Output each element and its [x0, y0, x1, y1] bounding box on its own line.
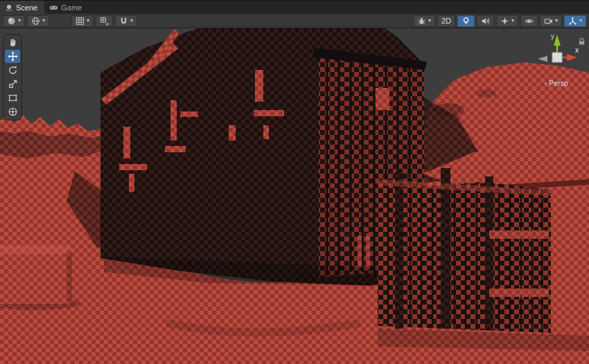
- camera-settings-dropdown[interactable]: ▾: [540, 15, 562, 27]
- move-tool-button[interactable]: [5, 50, 20, 63]
- chevron-down-icon: ▾: [511, 18, 514, 24]
- chevron-down-icon: ▾: [555, 18, 558, 24]
- tab-scene[interactable]: Scene: [0, 1, 44, 14]
- 2d-label: 2D: [441, 17, 451, 25]
- draw-mode-secondary-dropdown[interactable]: ▾: [27, 15, 49, 27]
- scene-viewport[interactable]: y x ‹Persp: [0, 28, 589, 364]
- rendering-debug-dropdown[interactable]: ▾: [413, 15, 435, 27]
- foreground-crate: [0, 246, 80, 310]
- chevron-down-icon: ▾: [130, 18, 133, 24]
- gizmos-dropdown[interactable]: ▾: [564, 15, 586, 27]
- eye-icon: [525, 17, 534, 26]
- game-tab-icon: [49, 3, 58, 12]
- camera-icon: [544, 17, 553, 26]
- gizmo-center-cube[interactable]: [552, 53, 562, 62]
- bug-icon: [417, 17, 426, 26]
- snap-settings-dropdown[interactable]: ▾: [115, 15, 137, 27]
- rotate-icon: [8, 65, 18, 75]
- grid-visibility-dropdown[interactable]: ▾: [71, 15, 94, 27]
- tab-bar: Scene Game: [0, 1, 589, 14]
- lighting-toggle-button[interactable]: [457, 15, 475, 27]
- scene-visibility-button[interactable]: [520, 15, 538, 27]
- effects-dropdown[interactable]: ▾: [496, 15, 518, 27]
- grid-icon: [76, 17, 85, 26]
- toolbar-left-group: ▾ ▾ ▾: [3, 15, 137, 27]
- rect-icon: [8, 93, 18, 103]
- chevron-down-icon: ▾: [579, 18, 582, 24]
- magnet-icon: [119, 17, 128, 26]
- transform-icon: [8, 107, 18, 117]
- gizmo-neg-axis[interactable]: [538, 56, 547, 62]
- persp-label: Persp: [550, 80, 569, 87]
- lock-icon[interactable]: [578, 36, 586, 48]
- hand-icon: [8, 37, 18, 48]
- shaded-sphere-icon: [7, 17, 16, 26]
- tab-game[interactable]: Game: [44, 1, 89, 14]
- unity-scene-view: Scene Game ▾ ▾: [0, 0, 589, 364]
- wire-sphere-icon: [31, 17, 40, 26]
- scale-icon: [8, 79, 18, 89]
- scene-toolbar: ▾ ▾ ▾: [0, 14, 589, 28]
- toolbar-right-group: ▾ 2D ▾: [413, 15, 586, 27]
- axis-gizmo-icon: [568, 17, 577, 26]
- tab-scene-label: Scene: [16, 3, 37, 12]
- chevron-down-icon: ▾: [428, 18, 431, 24]
- sparkle-icon: [500, 17, 509, 26]
- persp-arrow-icon: ‹: [545, 80, 547, 87]
- rect-tool-button[interactable]: [5, 91, 20, 104]
- chevron-down-icon: ▾: [42, 18, 45, 24]
- speaker-icon: [481, 17, 490, 26]
- view-tool-button[interactable]: [5, 36, 20, 49]
- snap-increment-button[interactable]: [96, 15, 113, 27]
- lightbulb-icon: [461, 17, 471, 26]
- tab-game-label: Game: [61, 3, 82, 12]
- orientation-gizmo[interactable]: y x: [532, 31, 581, 80]
- gizmo-y-label: y: [551, 33, 554, 40]
- audio-toggle-button[interactable]: [477, 15, 494, 27]
- 2d-toggle-button[interactable]: 2D: [437, 15, 455, 27]
- move-icon: [8, 51, 18, 62]
- chevron-down-icon: ▾: [18, 18, 21, 24]
- snap-grid-icon: [100, 17, 109, 26]
- gizmo-x-axis[interactable]: [562, 54, 577, 61]
- scale-tool-button[interactable]: [5, 78, 20, 91]
- gizmo-y-axis[interactable]: [554, 35, 561, 53]
- transform-tool-button[interactable]: [5, 105, 20, 118]
- chevron-down-icon: ▾: [87, 18, 89, 24]
- scene-tab-icon: [5, 3, 13, 12]
- tool-palette: [3, 34, 22, 120]
- rotate-tool-button[interactable]: [5, 64, 20, 77]
- projection-toggle[interactable]: ‹Persp: [532, 80, 581, 87]
- draw-mode-dropdown[interactable]: ▾: [3, 15, 25, 27]
- scene-render[interactable]: [0, 28, 589, 364]
